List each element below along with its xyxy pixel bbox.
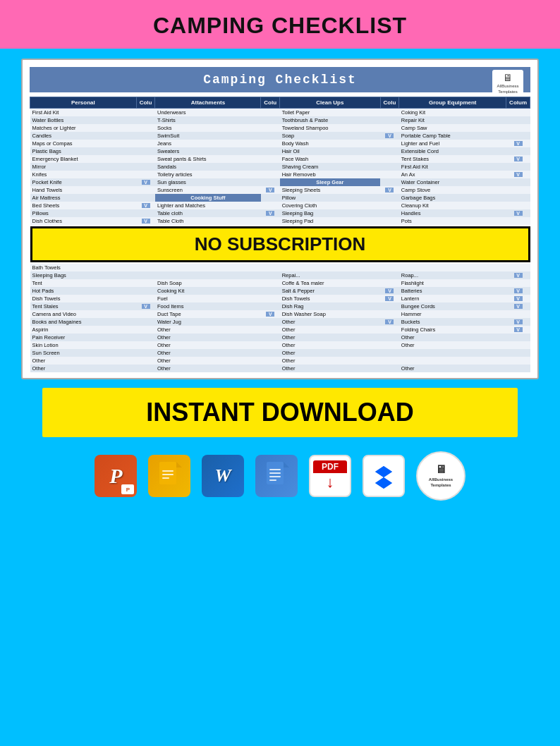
- check-cell: [261, 341, 280, 349]
- check-cell: V: [136, 217, 155, 225]
- gslides-svg: [157, 462, 182, 490]
- check-cell: [261, 365, 280, 372]
- clean-cell: Shaving Cream: [280, 163, 380, 171]
- check-cell: [136, 186, 155, 194]
- top-bar: CAMPING CHECKLIST: [0, 0, 560, 49]
- clean-cell: Repai...: [280, 271, 380, 279]
- check-cell: [380, 155, 399, 163]
- check-cell: V: [506, 171, 530, 178]
- group-cell: Repair Kit: [399, 116, 506, 124]
- clean-cell: Covering Cloth: [280, 202, 380, 209]
- check-cell: V: [506, 271, 530, 279]
- check-cell: V: [261, 209, 280, 217]
- clean-cell: Body Wash: [280, 140, 380, 147]
- group-cell: Portable Camp Table: [399, 132, 506, 140]
- personal-cell: Other: [30, 365, 137, 372]
- check-cell: [136, 334, 155, 341]
- table-row: Sun Screen Other Other: [30, 349, 530, 357]
- check-cell: [506, 147, 530, 155]
- check-cell: V: [506, 295, 530, 302]
- group-cell: Folding Chairs: [399, 326, 506, 334]
- personal-cell: Dish Clothes: [30, 217, 137, 225]
- personal-cell: Knifes: [30, 171, 137, 178]
- group-cell: [399, 357, 506, 365]
- check-cell: [261, 194, 280, 202]
- check-cell: [380, 147, 399, 155]
- check-cell: [380, 365, 399, 372]
- sleep-gear-header: Sleep Gear: [280, 178, 380, 186]
- header-col2: Colu: [261, 97, 280, 109]
- check-cell: [261, 140, 280, 147]
- att-cell: Sandals: [155, 163, 261, 171]
- word-icon[interactable]: W: [202, 455, 244, 497]
- clean-cell: Coffe & Tea maler: [280, 279, 380, 287]
- allbiz-label: AllBusinessTemplates: [429, 477, 453, 489]
- check-cell: [380, 271, 399, 279]
- instant-download-banner: INSTANT DOWNLOAD: [42, 388, 518, 437]
- pdf-arrow-icon: ↓: [327, 473, 334, 491]
- check-cell: V: [136, 178, 155, 186]
- personal-cell: Dish Towels: [30, 295, 137, 302]
- group-cell: Flashlight: [399, 279, 506, 287]
- cooking-header: Cooking Stuff: [155, 194, 261, 202]
- checkmark: V: [514, 157, 523, 161]
- check-cell: V: [380, 186, 399, 194]
- powerpoint-icon[interactable]: P P: [95, 455, 137, 497]
- checkmark: V: [514, 172, 523, 177]
- group-cell: Lighter and Fuel: [399, 140, 506, 147]
- table-row: Air Mattress Cooking Stuff Pillow Garbag…: [30, 194, 530, 202]
- att-cell: T-Shirts: [155, 116, 261, 124]
- table-row: Plastic Bags Sweaters Hair Oil Extensibl…: [30, 147, 530, 155]
- check-cell: [136, 194, 155, 202]
- personal-cell: Other: [30, 357, 137, 365]
- allbusiness-icon[interactable]: 🖥 AllBusinessTemplates: [416, 451, 465, 501]
- group-cell: Tent Stakes: [399, 155, 506, 163]
- allbiz-screen-icon: 🖥: [435, 463, 446, 476]
- pdf-icon[interactable]: PDF ↓: [309, 455, 351, 497]
- check-cell: [380, 310, 399, 318]
- group-cell: Buckets: [399, 318, 506, 326]
- personal-cell: Candles: [30, 132, 137, 140]
- check-cell: V: [506, 318, 530, 326]
- att-cell: Other: [155, 334, 261, 341]
- clean-cell: Other: [280, 341, 380, 349]
- doc-header: Camping Checklist 🖥 AllBusinessTemplates: [30, 67, 530, 92]
- google-slides-icon[interactable]: [148, 455, 190, 497]
- check-cell: [261, 178, 280, 186]
- checkmark: V: [514, 288, 523, 293]
- check-cell: V: [506, 209, 530, 217]
- google-docs-icon[interactable]: [255, 455, 298, 497]
- att-cell: Water Jug: [155, 318, 261, 326]
- att-cell: Other: [155, 349, 261, 357]
- header-personal: Personal: [30, 97, 137, 109]
- check-cell: [261, 349, 280, 357]
- clean-cell: Toilet Paper: [280, 109, 380, 117]
- dropbox-icon[interactable]: [363, 455, 405, 497]
- check-cell: V: [506, 155, 530, 163]
- check-cell: [261, 147, 280, 155]
- check-cell: [380, 140, 399, 147]
- att-cell: Sweaters: [155, 147, 261, 155]
- checkmark: V: [514, 273, 523, 278]
- checkmark: V: [385, 188, 394, 192]
- check-cell: [506, 341, 530, 349]
- att-cell: Dish Soap: [155, 279, 261, 287]
- clean-cell: Hair Oil: [280, 147, 380, 155]
- att-cell: [155, 264, 261, 271]
- check-cell: [380, 202, 399, 209]
- table-row: Pocket Knife V Sun glasses Sleep Gear Wa…: [30, 178, 530, 186]
- checkmark: V: [266, 188, 274, 192]
- checkmark: V: [514, 327, 523, 332]
- bottom-icons: P P W PDF ↓: [0, 444, 560, 501]
- table-row: Mirror Sandals Shaving Cream First Aid K…: [30, 163, 530, 171]
- main-card: Camping Checklist 🖥 AllBusinessTemplates…: [21, 59, 539, 379]
- check-cell: [380, 264, 399, 271]
- svg-rect-7: [269, 469, 281, 470]
- table-row: Tent Stales V Food Items Dish Rag Bungee…: [30, 302, 530, 310]
- check-cell: [380, 341, 399, 349]
- clean-cell: Dish Washer Soap: [280, 310, 380, 318]
- att-cell: Other: [155, 326, 261, 334]
- personal-cell: Maps or Compas: [30, 140, 137, 147]
- check-cell: [136, 132, 155, 140]
- personal-cell: Matches or Lighter: [30, 124, 137, 132]
